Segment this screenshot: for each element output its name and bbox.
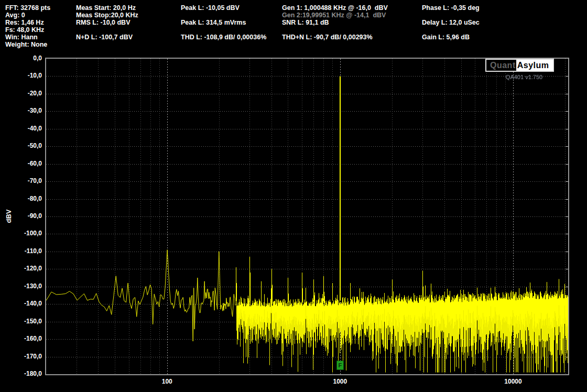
- y-tick-label: -140,0: [0, 300, 42, 307]
- samplerate-readout: Fs: 48,0 KHz: [5, 26, 50, 34]
- y-tick-label: -60,0: [0, 160, 42, 167]
- resolution-readout: Res: 1,46 Hz: [5, 19, 50, 26]
- y-tick-label: -150,0: [0, 318, 42, 325]
- logo-asylum-text: Asylum: [516, 60, 553, 71]
- meas-start-readout: Meas Start: 20,0 Hz: [76, 4, 138, 12]
- y-tick-label: 0,0: [0, 55, 42, 62]
- nd-readout: N+D L: -100,7 dBV: [76, 34, 138, 41]
- y-tick-label: -90,0: [0, 213, 42, 220]
- weighting-readout: Weight: None: [5, 41, 50, 48]
- header-col-acquisition: FFT: 32768 pts Avg: 0 Res: 1,46 Hz Fs: 4…: [5, 4, 50, 48]
- peak-vrms-readout: Peak L: 314,5 mVrms: [181, 19, 266, 26]
- header-col-generator: Gen 1: 1,000488 KHz @ -16,0 dBV Gen 2:19…: [282, 4, 388, 41]
- y-tick-label: -180,0: [0, 371, 42, 377]
- fft-points-readout: FFT: 32768 pts: [5, 4, 50, 12]
- y-tick-label: -130,0: [0, 283, 42, 290]
- x-tick-label: 1000: [333, 378, 347, 385]
- y-tick-label: -170,0: [0, 353, 42, 360]
- qa401-analyzer-window: { "header": { "col1": { "fft": "FFT: 327…: [0, 0, 587, 392]
- meas-stop-readout: Meas Stop:20,0 KHz: [76, 12, 138, 19]
- snr-readout: SNR L: 91,1 dB: [282, 19, 388, 26]
- gen1-readout: Gen 1: 1,000488 KHz @ -16,0 dBV: [282, 4, 388, 12]
- fundamental-marker[interactable]: F: [336, 361, 344, 370]
- gain-readout: Gain L: 5,96 dB: [422, 34, 480, 41]
- rms-readout: RMS L: -10,0 dBV: [76, 19, 138, 26]
- delay-readout: Delay L: 12,0 uSec: [422, 19, 480, 26]
- y-tick-label: -20,0: [0, 90, 42, 97]
- spectrum-plot-area[interactable]: [45, 58, 569, 375]
- y-tick-label: -80,0: [0, 195, 42, 202]
- y-tick-label: -10,0: [0, 72, 42, 79]
- fft-spectrum-canvas[interactable]: [46, 59, 568, 374]
- header-col-phase: Phase L: -0,35 deg Delay L: 12,0 uSec Ga…: [422, 4, 480, 41]
- y-tick-label: -30,0: [0, 107, 42, 114]
- y-tick-label: -40,0: [0, 125, 42, 132]
- firmware-version-label: QA401 v1.750: [482, 74, 566, 80]
- thdn-readout: THD+N L: -90,7 dB/ 0,00293%: [282, 34, 388, 41]
- y-tick-label: -120,0: [0, 265, 42, 272]
- header-col-measurement: Meas Start: 20,0 Hz Meas Stop:20,0 KHz R…: [76, 4, 138, 41]
- quantasylum-logo: Quant Asylum: [485, 59, 554, 72]
- window-readout: Win: Hann: [5, 34, 50, 41]
- y-tick-label: -70,0: [0, 178, 42, 184]
- avg-readout: Avg: 0: [5, 12, 50, 19]
- x-tick-label: 100: [162, 378, 172, 385]
- gen2-readout: Gen 2:19,99951 KHz @ -14,1 dBV: [282, 12, 388, 19]
- peak-dbv-readout: Peak L: -10,05 dBV: [181, 4, 266, 12]
- y-tick-label: -110,0: [0, 248, 42, 255]
- thd-readout: THD L: -108,9 dB/ 0,00036%: [181, 34, 266, 41]
- logo-quant-text: Quant: [486, 60, 516, 71]
- phase-readout: Phase L: -0,35 deg: [422, 4, 480, 12]
- x-tick-label: 10000: [504, 378, 521, 385]
- header-col-peak: Peak L: -10,05 dBV Peak L: 314,5 mVrms T…: [181, 4, 266, 41]
- y-tick-label: -160,0: [0, 335, 42, 342]
- y-tick-label: -50,0: [0, 143, 42, 149]
- y-tick-label: -100,0: [0, 230, 42, 237]
